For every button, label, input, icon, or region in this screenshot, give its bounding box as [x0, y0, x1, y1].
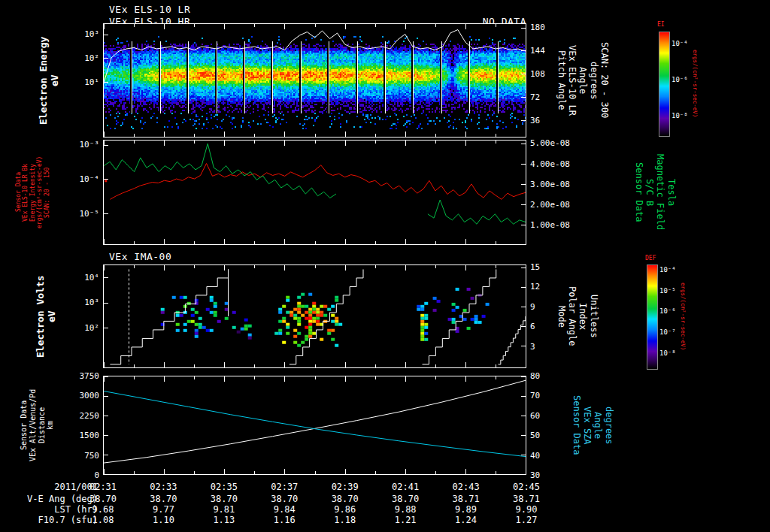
row-label-f107: F10.7 (sfu) [6, 515, 98, 525]
panel4-distance-axis: 3750 3000 2250 1500 750 0 [69, 376, 99, 475]
axis-tick-label: 3750 [69, 371, 99, 381]
bottom-value: 1.08 [92, 515, 114, 525]
bottom-value: 38.70 [392, 494, 419, 504]
axis-tick-label: 5.00e-08 [530, 138, 577, 148]
panel4-right-axis-label: Sensor Data VEx SZA Angle degrees [571, 376, 614, 475]
panel1-pitch-axis: 180 144 108 72 36 [530, 23, 560, 138]
bottom-value: 38.71 [453, 494, 480, 504]
colorbar2-units: ergs/(cm²-sr-sec-eV) [680, 264, 687, 368]
axis-tick-label: 40 [530, 451, 550, 461]
colorbar1-units: ergs/(cm²-sr-sec-eV) [692, 32, 699, 135]
bottom-value: 1.10 [153, 515, 174, 525]
ima-spectrogram-panel [103, 264, 526, 368]
bottom-value: 38.71 [513, 494, 540, 504]
axis-tick-label: 9 [530, 302, 553, 312]
colorbar-tick-label: 10⁻⁵ [659, 287, 679, 295]
axis-tick-label: 750 [69, 451, 99, 461]
bottom-value: 9.68 [92, 504, 114, 515]
panel4-left-axis-label: Sensor Data VEx Alt/Venus/Pd Distance km [20, 376, 55, 475]
panel3-title: VEx IMA-00 [109, 251, 171, 262]
axis-tick-label: 10³ [72, 298, 99, 307]
panel3-mode-axis: 15 12 9 6 3 [530, 264, 553, 368]
bottom-value: 9.84 [274, 504, 296, 515]
bottom-value: 9.88 [395, 504, 417, 515]
axis-tick-label: 6 [530, 322, 553, 331]
panel3-energy-axis: 10⁴ 10³ 10² [72, 264, 99, 368]
panel2-bfield-axis: 5.00e-08 4.00e-08 3.00e-08 2.00e-08 1.00… [530, 140, 577, 245]
axis-tick-label: 72 [530, 92, 560, 102]
bottom-value: 9.77 [153, 504, 174, 515]
panel4-sza-axis: 80 70 60 50 40 30 [530, 376, 550, 475]
axis-tick-label: 4.00e-08 [530, 159, 577, 169]
bottom-value: 9.90 [516, 504, 538, 515]
ephemeris-panel [103, 376, 526, 475]
row-label-lst: LST (hr) [6, 504, 98, 515]
bottom-value: 9.89 [455, 504, 477, 515]
plot-window: VEx ELS-10 LR VEx ELS-10 HR NO DATA Elec… [0, 0, 770, 532]
bottom-value: 38.70 [150, 494, 177, 504]
axis-tick-label: 0 [69, 470, 99, 480]
axis-tick-label: 10⁻⁵ [66, 209, 99, 219]
axis-tick-label: 10⁴ [72, 273, 99, 283]
axis-tick-label: 108 [530, 69, 560, 79]
bottom-value: 38.70 [332, 494, 359, 504]
ve-ang-row: 38.70 38.70 38.70 38.70 38.70 38.70 38.7… [103, 494, 526, 503]
lst-row: 9.68 9.77 9.81 9.84 9.86 9.88 9.89 9.90 [103, 504, 526, 514]
bottom-value: 1.13 [213, 515, 235, 525]
els-spectrogram-canvas [104, 24, 526, 137]
ima-spectrogram-canvas [104, 265, 526, 367]
row-label-ve-ang: V-E Ang (deg) [6, 494, 98, 504]
colorbar1-ticks: 10⁻⁴ 10⁻⁶ 10⁻⁸ [671, 32, 691, 135]
axis-tick-label: 60 [530, 411, 550, 421]
panel2-intensity-axis: 10⁻³ 10⁻⁴ 10⁻⁵ [66, 140, 99, 245]
bottom-value: 1.16 [274, 515, 296, 525]
els-spectrogram-panel [103, 23, 526, 138]
colorbar-tick-label: 10⁻⁸ [659, 349, 679, 357]
panel1-right-axis-label: Pitch Angle VEx ELS-10 LR Angle degrees … [556, 23, 610, 138]
time-label: 02:41 [392, 482, 419, 492]
axis-tick-label: 10⁻³ [66, 140, 99, 150]
intensity-bfield-panel [103, 140, 526, 245]
axis-tick-label: 3 [530, 342, 553, 352]
colorbar-tick-label: 10⁻⁴ [659, 266, 679, 274]
colorbar1-label: EI [657, 21, 665, 28]
bottom-value: 38.70 [211, 494, 238, 504]
axis-tick-label: 3.00e-08 [530, 180, 577, 189]
ephemeris-canvas [104, 376, 526, 474]
axis-tick-label: 10² [72, 53, 99, 63]
bottom-value: 38.70 [271, 494, 298, 504]
intensity-bfield-canvas [104, 141, 526, 244]
panel3-right-axis-label: Mode Polar Angle Index Unitless [556, 264, 599, 368]
bottom-value: 1.24 [455, 515, 477, 525]
axis-tick-label: 36 [530, 116, 560, 125]
panel2-left-axis-label: Sensor Data VEx ELS-10 LR Bk Energy Inte… [15, 140, 50, 245]
axis-tick-label: 2.00e-08 [530, 200, 577, 210]
panel1-energy-axis: 10³ 10² 10¹ [72, 23, 99, 138]
axis-tick-label: 30 [530, 470, 550, 480]
bottom-value: 1.21 [395, 515, 417, 525]
colorbar-tick-label: 10⁻⁶ [671, 76, 691, 83]
axis-tick-label: 1.00e-08 [530, 220, 577, 230]
panel1-title-lr: VEx ELS-10 LR [109, 4, 190, 15]
axis-tick-label: 50 [530, 431, 550, 440]
bottom-value: 1.27 [516, 515, 538, 525]
colorbar2-label: DEF [645, 255, 656, 261]
axis-tick-label: 10¹ [72, 77, 99, 87]
axis-tick-label: 10² [72, 323, 99, 333]
axis-tick-label: 80 [530, 371, 550, 381]
axis-tick-label: 3000 [69, 391, 99, 401]
colorbar-tick-label: 10⁻⁷ [659, 328, 679, 336]
axis-tick-label: 10⁻⁴ [66, 174, 99, 184]
axis-tick-label: 15 [530, 262, 553, 272]
axis-tick-label: 10³ [72, 29, 99, 39]
panel2-right-axis-label: Sensor Data S/C B Magnetic Field Tesla [634, 140, 677, 245]
axis-tick-label: 144 [530, 46, 560, 56]
axis-tick-label: 70 [530, 391, 550, 401]
time-label: 02:33 [150, 482, 177, 492]
date-label: 2011/001 [6, 482, 98, 492]
time-label: 02:43 [453, 482, 480, 492]
time-label: 02:39 [332, 482, 359, 492]
time-axis: 02:31 02:33 02:35 02:37 02:39 02:41 02:4… [103, 482, 526, 491]
bottom-value: 9.86 [334, 504, 356, 515]
colorbar-tick-label: 10⁻⁸ [671, 112, 691, 119]
